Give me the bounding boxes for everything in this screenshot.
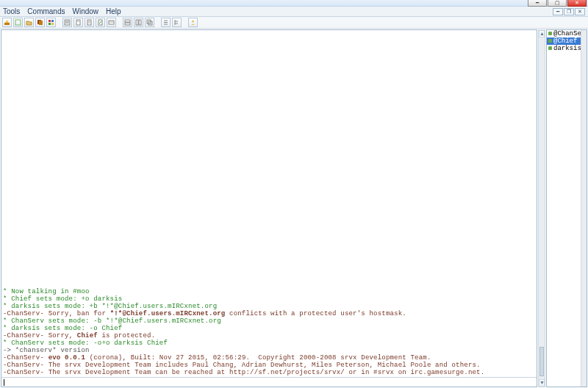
nick-label: darksis xyxy=(553,45,581,52)
chat-line: * darksis sets mode: +b *!*@Chief.users.… xyxy=(3,303,535,310)
svg-rect-5 xyxy=(51,20,54,22)
chat-line: * ChanServ sets mode: -o+o darksis Chief xyxy=(3,340,535,347)
mdi-controls: ━ ❐ ✕ xyxy=(552,8,585,15)
mdi-minimize-button[interactable]: ━ xyxy=(553,8,563,15)
menu-tools[interactable]: Tools xyxy=(3,7,20,15)
status-dot-icon xyxy=(548,46,552,50)
scroll-thumb[interactable] xyxy=(539,347,544,376)
svg-rect-4 xyxy=(49,20,51,22)
open-icon[interactable] xyxy=(24,18,34,27)
colors-icon[interactable] xyxy=(46,18,56,27)
window-titlebar: ━ ▢ ✕ xyxy=(0,0,588,7)
svg-rect-13 xyxy=(87,20,91,25)
svg-point-31 xyxy=(192,21,194,23)
chat-scrollbar[interactable]: ▲ ▼ xyxy=(538,29,545,387)
settings-icon[interactable] xyxy=(62,18,72,27)
svg-rect-24 xyxy=(148,21,152,25)
mdi-close-button[interactable]: ✕ xyxy=(575,8,585,15)
chat-line: * ChanServ sets mode: -b *!*@Chief.users… xyxy=(3,317,535,325)
copy-icon[interactable] xyxy=(35,18,45,27)
toolbar xyxy=(0,17,588,29)
nick-label: @Chief xyxy=(553,37,577,45)
svg-rect-6 xyxy=(49,23,51,25)
chat-line: * Now talking in #moo xyxy=(3,288,535,295)
svg-rect-11 xyxy=(76,20,80,25)
menu-help[interactable]: Help xyxy=(106,7,121,15)
chat-line: -ChanServ- evo 0.0.1 (corona), Built: No… xyxy=(3,354,535,362)
chat-line: -ChanServ- Sorry, Chief is protected. xyxy=(3,332,535,340)
maximize-button[interactable]: ▢ xyxy=(548,0,567,7)
address-book-icon[interactable] xyxy=(188,18,198,27)
chat-line: * Chief sets mode: +o darksis xyxy=(3,295,535,303)
minimize-button[interactable]: ━ xyxy=(528,0,547,7)
svg-rect-20 xyxy=(125,23,130,25)
scroll-up-icon[interactable]: ▲ xyxy=(539,30,545,37)
caret-icon xyxy=(4,379,4,386)
send-file-icon[interactable] xyxy=(96,18,105,27)
cascade-icon[interactable] xyxy=(145,18,154,27)
close-button[interactable]: ✕ xyxy=(567,0,587,7)
chat-line: -ChanServ- Sorry, ban for *!*@Chief.user… xyxy=(3,310,535,317)
svg-rect-23 xyxy=(147,20,151,24)
client-area: * Now talking in #moo* Chief sets mode: … xyxy=(0,29,588,388)
chat-line: * darksis sets mode: -o Chief xyxy=(3,325,535,332)
svg-rect-0 xyxy=(4,23,10,25)
status-dot-icon xyxy=(548,32,552,35)
svg-rect-2 xyxy=(37,20,41,24)
window-controls: ━ ▢ ✕ xyxy=(527,0,587,7)
svg-rect-17 xyxy=(109,21,114,24)
transfers-icon[interactable] xyxy=(107,18,116,27)
nick-list[interactable]: @ChanServ@Chiefdarksis xyxy=(546,29,587,387)
script-icon[interactable] xyxy=(85,18,94,27)
chat-pane: * Now talking in #moo* Chief sets mode: … xyxy=(1,29,537,387)
svg-rect-3 xyxy=(39,21,43,25)
favorites-icon[interactable] xyxy=(74,18,83,27)
svg-rect-19 xyxy=(125,20,130,22)
mdi-restore-button[interactable]: ❐ xyxy=(564,8,574,15)
chat-line: -ChanServ- The srvx Development Team can… xyxy=(3,369,535,376)
chat-line: -> *chanserv* version xyxy=(3,347,535,354)
tree-icon[interactable] xyxy=(172,18,182,27)
nicklist-scrollbar[interactable] xyxy=(581,30,587,387)
menu-bar: Tools Commands Window Help ━ ❐ ✕ xyxy=(0,7,588,17)
scroll-down-icon[interactable]: ▼ xyxy=(539,379,545,387)
svg-rect-1 xyxy=(15,20,21,25)
chat-input[interactable] xyxy=(1,377,537,387)
svg-rect-21 xyxy=(136,20,138,25)
svg-rect-8 xyxy=(65,20,70,25)
connect-icon[interactable] xyxy=(2,18,12,27)
tile-horizontal-icon[interactable] xyxy=(123,18,132,27)
svg-rect-7 xyxy=(51,23,54,25)
status-dot-icon xyxy=(548,39,552,43)
chat-line: -ChanServ- The srvx Development Team inc… xyxy=(3,362,535,369)
list-icon[interactable] xyxy=(161,18,171,27)
svg-rect-16 xyxy=(98,20,102,25)
svg-rect-22 xyxy=(139,20,141,25)
chat-log: * Now talking in #moo* Chief sets mode: … xyxy=(3,288,535,376)
menu-commands[interactable]: Commands xyxy=(27,7,65,15)
menu-window[interactable]: Window xyxy=(73,7,99,15)
new-server-icon[interactable] xyxy=(13,18,23,27)
tile-vertical-icon[interactable] xyxy=(134,18,143,27)
